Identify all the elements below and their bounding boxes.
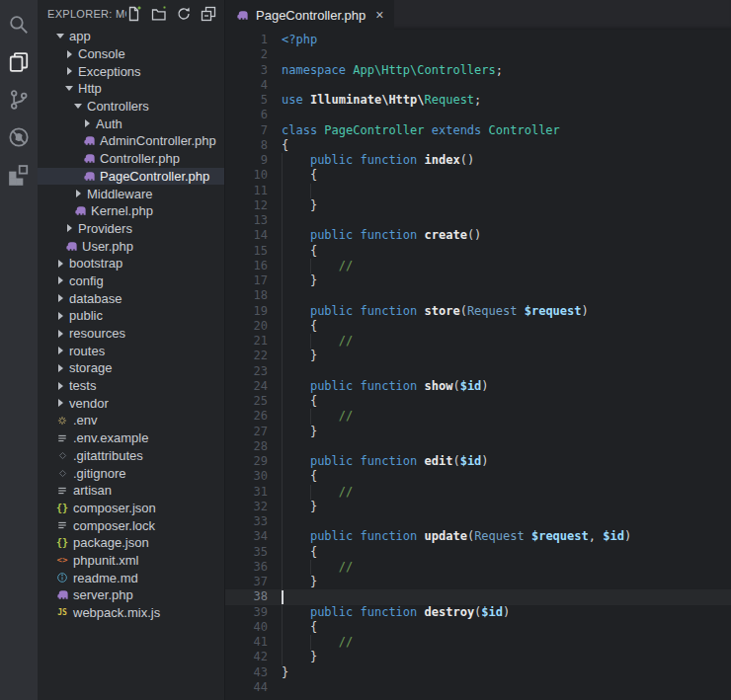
tree-item-label: AdminController.php bbox=[100, 133, 216, 148]
code-line[interactable]: 15 { bbox=[225, 244, 731, 259]
tree-item-composer-json[interactable]: {}composer.json bbox=[38, 500, 224, 517]
indent-guide bbox=[282, 605, 283, 620]
refresh-icon[interactable] bbox=[176, 6, 192, 22]
tree-item-public[interactable]: public bbox=[38, 307, 224, 325]
tree-item-kernel-php[interactable]: Kernel.php bbox=[38, 202, 224, 220]
code-editor[interactable]: 1<?php23namespace App\Http\Controllers;4… bbox=[225, 30, 731, 700]
tree-item--env[interactable]: .env bbox=[38, 412, 224, 429]
code-line[interactable]: 41 // bbox=[225, 635, 731, 650]
code-line[interactable]: 43} bbox=[225, 665, 731, 680]
line-number: 9 bbox=[225, 153, 282, 168]
code-line[interactable]: 8{ bbox=[225, 138, 731, 153]
code-line[interactable]: 16 // bbox=[225, 259, 731, 273]
tree-item-package-json[interactable]: {}package.json bbox=[38, 534, 224, 552]
tree-item-http[interactable]: Http bbox=[38, 80, 224, 98]
code-line[interactable]: 24 public function show($id) bbox=[225, 379, 731, 394]
code-line[interactable]: 35 { bbox=[225, 545, 731, 560]
tree-item-app[interactable]: app bbox=[38, 28, 224, 45]
tree-item-bootstrap[interactable]: bootstrap bbox=[38, 255, 224, 272]
tree-item-webpack-mix-js[interactable]: JSwebpack.mix.js bbox=[38, 604, 224, 622]
code-line[interactable]: 6 bbox=[225, 108, 731, 122]
files-icon[interactable] bbox=[0, 43, 38, 81]
tree-item-controllers[interactable]: Controllers bbox=[38, 98, 224, 116]
code-line[interactable]: 28 bbox=[225, 439, 731, 454]
new-folder-icon[interactable] bbox=[151, 6, 167, 22]
tree-item--gitignore[interactable]: .gitignore bbox=[38, 464, 224, 482]
code-line[interactable]: 14 public function create() bbox=[225, 228, 731, 243]
code-line[interactable]: 19 public function store(Request $reques… bbox=[225, 304, 731, 319]
tree-item--env-example[interactable]: .env.example bbox=[38, 429, 224, 447]
code-line[interactable]: 38 bbox=[225, 589, 731, 604]
code-line[interactable]: 5use Illuminate\Http\Request; bbox=[225, 93, 731, 108]
tree-item-auth[interactable]: Auth bbox=[38, 115, 224, 132]
code-line[interactable]: 40 { bbox=[225, 620, 731, 635]
code-line[interactable]: 37 } bbox=[225, 575, 731, 589]
line-number: 44 bbox=[225, 680, 282, 695]
search-icon[interactable] bbox=[0, 6, 38, 43]
collapse-all-icon[interactable] bbox=[201, 6, 216, 22]
code-line[interactable]: 39 public function destroy($id) bbox=[225, 605, 731, 620]
tree-item-routes[interactable]: routes bbox=[38, 342, 224, 359]
tree-item-controller-php[interactable]: Controller.php bbox=[38, 150, 224, 168]
code-line[interactable]: 33 bbox=[225, 514, 731, 529]
code-line[interactable]: 22 } bbox=[225, 349, 731, 363]
line-number: 16 bbox=[225, 259, 282, 273]
tree-item-admincontroller-php[interactable]: AdminController.php bbox=[38, 132, 224, 150]
tree-item-storage[interactable]: storage bbox=[38, 359, 224, 377]
code-line[interactable]: 34 public function update(Request $reque… bbox=[225, 529, 731, 544]
code-line[interactable]: 26 // bbox=[225, 409, 731, 424]
code-line[interactable]: 25 { bbox=[225, 394, 731, 409]
code-text: { bbox=[282, 545, 317, 560]
code-line[interactable]: 3namespace App\Http\Controllers; bbox=[225, 63, 731, 78]
tree-item-phpunit-xml[interactable]: <>phpunit.xml bbox=[38, 552, 224, 570]
code-line[interactable]: 9 public function index() bbox=[225, 153, 731, 168]
tree-item-pagecontroller-php[interactable]: PageController.php bbox=[38, 168, 224, 186]
code-line[interactable]: 30 { bbox=[225, 469, 731, 484]
code-line[interactable]: 31 // bbox=[225, 485, 731, 500]
code-line[interactable]: 29 public function edit($id) bbox=[225, 454, 731, 469]
tree-item-console[interactable]: Console bbox=[38, 45, 224, 63]
tree-item-exceptions[interactable]: Exceptions bbox=[38, 62, 224, 80]
tree-item-user-php[interactable]: User.php bbox=[38, 237, 224, 255]
tree-item-resources[interactable]: resources bbox=[38, 325, 224, 343]
code-line[interactable]: 11 bbox=[225, 184, 731, 198]
code-line[interactable]: 4 bbox=[225, 78, 731, 93]
tree-item--gitattributes[interactable]: .gitattributes bbox=[38, 447, 224, 465]
code-line[interactable]: 32 } bbox=[225, 500, 731, 514]
tree-item-tests[interactable]: tests bbox=[38, 377, 224, 395]
code-line[interactable]: 36 // bbox=[225, 560, 731, 575]
tree-item-middleware[interactable]: Middleware bbox=[38, 185, 224, 202]
diamond-icon bbox=[55, 467, 69, 479]
code-line[interactable]: 17 } bbox=[225, 273, 731, 288]
code-line[interactable]: 1<?php bbox=[225, 33, 731, 47]
tree-item-artisan[interactable]: artisan bbox=[38, 482, 224, 500]
code-line[interactable]: 21 // bbox=[225, 334, 731, 349]
tree-item-vendor[interactable]: vendor bbox=[38, 394, 224, 412]
tree-item-config[interactable]: config bbox=[38, 272, 224, 290]
tree-item-database[interactable]: database bbox=[38, 289, 224, 307]
tree-item-readme-md[interactable]: readme.md bbox=[38, 569, 224, 586]
code-line[interactable]: 13 bbox=[225, 213, 731, 228]
code-line[interactable]: 23 bbox=[225, 364, 731, 379]
close-icon[interactable]: × bbox=[375, 8, 383, 22]
tree-item-composer-lock[interactable]: composer.lock bbox=[38, 516, 224, 534]
tree-item-providers[interactable]: Providers bbox=[38, 220, 224, 238]
code-line[interactable]: 27 } bbox=[225, 425, 731, 439]
code-line[interactable]: 20 { bbox=[225, 319, 731, 334]
debug-icon[interactable] bbox=[0, 118, 38, 156]
code-line[interactable]: 44 bbox=[225, 680, 731, 695]
code-line[interactable]: 42 } bbox=[225, 650, 731, 664]
xml-icon: <> bbox=[55, 554, 69, 566]
tree-item-server-php[interactable]: server.php bbox=[38, 586, 224, 604]
source-control-icon[interactable] bbox=[0, 81, 38, 118]
code-line[interactable]: 10 { bbox=[225, 168, 731, 183]
code-line[interactable]: 18 bbox=[225, 288, 731, 303]
indent-guide bbox=[282, 485, 283, 500]
code-line[interactable]: 2 bbox=[225, 47, 731, 62]
tab-pagecontroller[interactable]: PageController.php × bbox=[225, 0, 394, 30]
new-file-icon[interactable] bbox=[126, 6, 142, 22]
code-line[interactable]: 7class PageController extends Controller bbox=[225, 123, 731, 138]
extensions-icon[interactable] bbox=[0, 156, 38, 194]
chevron-right-icon bbox=[55, 260, 65, 268]
code-line[interactable]: 12 } bbox=[225, 198, 731, 213]
